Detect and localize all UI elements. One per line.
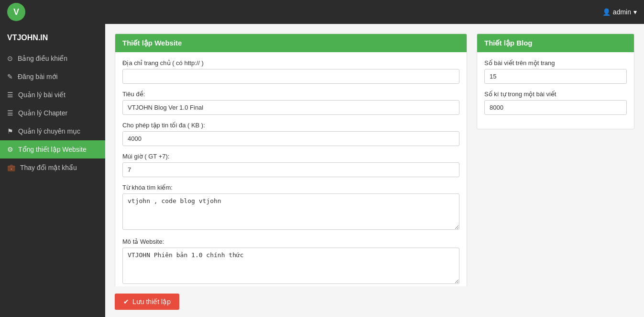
website-card-header: Thiết lập Website	[115, 34, 467, 52]
sidebar-item-change-password[interactable]: 💼 Thay đổi mật khẩu	[0, 158, 105, 177]
sidebar-item-label: Quản lý bài viết	[18, 91, 65, 99]
timezone-group: Múi giờ ( GT +7):	[122, 153, 459, 177]
chars-per-post-input[interactable]	[484, 100, 627, 115]
user-icon: 👤	[602, 8, 611, 16]
max-file-label: Cho phép tập tin tối đa ( KB ):	[122, 122, 459, 129]
timezone-input[interactable]	[122, 162, 459, 177]
sidebar-item-new-post[interactable]: ✎ Đăng bài mới	[0, 68, 105, 86]
category-icon: ⚑	[7, 127, 13, 135]
blog-settings-card: Thiết lập Blog Số bài viết trên một tran…	[477, 34, 634, 129]
website-card-body: Địa chỉ trang chủ ( có http:// ) Tiêu đề…	[115, 52, 467, 286]
homepage-input[interactable]	[122, 69, 459, 84]
edit-icon: ✎	[7, 73, 13, 80]
sidebar-item-website-settings[interactable]: ⚙ Tổng thiết lập Website	[0, 140, 105, 158]
navbar: V 👤 admin ▾	[0, 0, 644, 24]
sidebar: VTJOHN.IN ⊙ Bảng điều khiển ✎ Đăng bài m…	[0, 24, 105, 317]
password-icon: 💼	[7, 164, 15, 171]
chars-per-post-group: Số kí tự trong một bài viết	[484, 91, 627, 115]
sidebar-item-label: Thay đổi mật khẩu	[20, 164, 77, 171]
main-layout: VTJOHN.IN ⊙ Bảng điều khiển ✎ Đăng bài m…	[0, 24, 644, 317]
settings-icon: ⚙	[7, 146, 13, 153]
chapter-icon: ☰	[7, 109, 13, 117]
description-group: Mô tả Website:	[122, 238, 459, 285]
sidebar-brand: VTJOHN.IN	[0, 29, 105, 49]
footer-bar: ✔ Lưu thiết lập	[105, 286, 644, 317]
homepage-label: Địa chỉ trang chủ ( có http:// )	[122, 59, 459, 67]
posts-per-page-group: Số bài viết trên một trang	[484, 59, 627, 84]
max-file-input[interactable]	[122, 131, 459, 146]
list-icon: ☰	[7, 91, 13, 99]
navbar-logo: V	[7, 3, 25, 21]
sidebar-item-manage-posts[interactable]: ☰ Quản lý bài viết	[0, 86, 105, 104]
sidebar-item-manage-chapter[interactable]: ☰ Quản lý Chapter	[0, 104, 105, 122]
sidebar-item-dashboard[interactable]: ⊙ Bảng điều khiển	[0, 49, 105, 68]
title-group: Tiêu đề:	[122, 91, 459, 115]
blog-card-body: Số bài viết trên một trang Số kí tự tron…	[477, 52, 634, 129]
sidebar-item-label: Quản lý Chapter	[18, 109, 67, 117]
sidebar-item-label: Đăng bài mới	[18, 73, 58, 80]
sidebar-item-label: Bảng điều khiển	[18, 55, 67, 62]
keywords-group: Từ khóa tìm kiếm:	[122, 184, 459, 231]
username-label: admin	[613, 8, 631, 16]
save-icon: ✔	[123, 298, 129, 306]
dropdown-icon: ▾	[633, 8, 637, 16]
keywords-input[interactable]	[122, 193, 459, 230]
timezone-label: Múi giờ ( GT +7):	[122, 153, 459, 160]
save-label: Lưu thiết lập	[132, 298, 171, 306]
content-row: Thiết lập Website Địa chỉ trang chủ ( có…	[115, 34, 634, 286]
title-label: Tiêu đề:	[122, 91, 459, 98]
title-input[interactable]	[122, 100, 459, 115]
keywords-label: Từ khóa tìm kiếm:	[122, 184, 459, 191]
blog-card-header: Thiết lập Blog	[477, 34, 634, 52]
website-settings-card: Thiết lập Website Địa chỉ trang chủ ( có…	[115, 34, 467, 286]
save-button[interactable]: ✔ Lưu thiết lập	[115, 294, 179, 310]
chars-per-post-label: Số kí tự trong một bài viết	[484, 91, 627, 98]
posts-per-page-label: Số bài viết trên một trang	[484, 59, 627, 67]
max-file-group: Cho phép tập tin tối đa ( KB ):	[122, 122, 459, 146]
sidebar-item-label: Tổng thiết lập Website	[18, 146, 87, 153]
sidebar-item-label: Quản lý chuyên mục	[18, 127, 80, 135]
dashboard-icon: ⊙	[7, 55, 13, 62]
content-area: Thiết lập Website Địa chỉ trang chủ ( có…	[105, 24, 644, 286]
sidebar-item-manage-category[interactable]: ⚑ Quản lý chuyên mục	[0, 122, 105, 140]
posts-per-page-input[interactable]	[484, 69, 627, 84]
description-input[interactable]	[122, 248, 459, 284]
description-label: Mô tả Website:	[122, 238, 459, 245]
homepage-group: Địa chỉ trang chủ ( có http:// )	[122, 59, 459, 84]
navbar-user[interactable]: 👤 admin ▾	[602, 8, 637, 16]
